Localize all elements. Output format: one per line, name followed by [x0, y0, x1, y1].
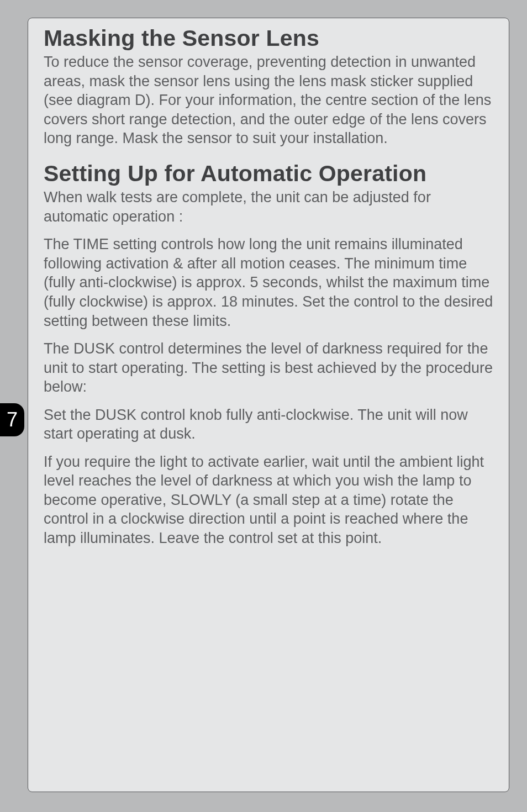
body-walk-tests: When walk tests are complete, the unit c…: [44, 188, 494, 226]
heading-setting-up-automatic-operation: Setting Up for Automatic Operation: [44, 161, 494, 186]
body-dusk-control-knob: Set the DUSK control knob fully anti-clo…: [44, 405, 494, 444]
page-number-text: 7: [7, 408, 18, 431]
body-activate-earlier: If you require the light to activate ear…: [44, 452, 494, 548]
page-number-tab: 7: [0, 403, 24, 436]
body-time-setting: The TIME setting controls how long the u…: [44, 235, 494, 330]
page-content-box: Masking the Sensor Lens To reduce the se…: [28, 18, 509, 792]
heading-masking-sensor-lens: Masking the Sensor Lens: [44, 26, 494, 50]
page-outer: 7 Masking the Sensor Lens To reduce the …: [0, 0, 527, 812]
body-dusk-control-intro: The DUSK control determines the level of…: [44, 339, 494, 397]
heading-wrap-automatic-operation: Setting Up for Automatic Operation: [44, 161, 494, 186]
body-masking-paragraph: To reduce the sensor coverage, preventin…: [44, 52, 494, 148]
